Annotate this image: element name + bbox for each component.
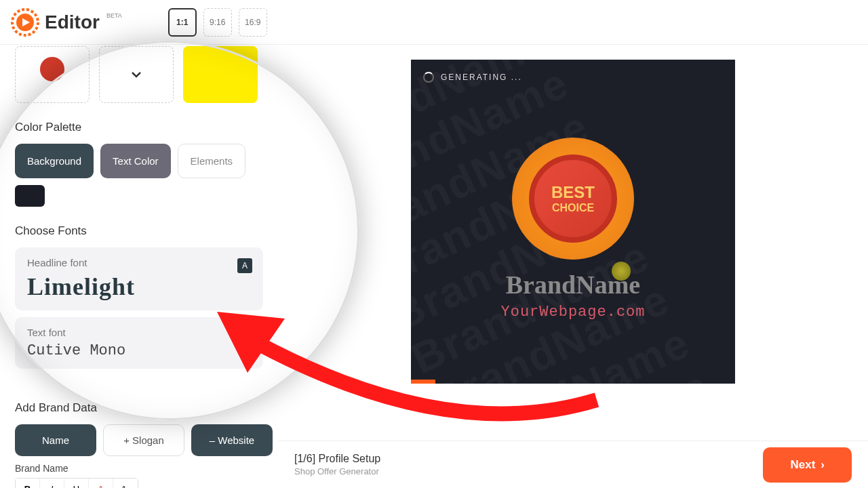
aspect-1-1[interactable]: 1:1 xyxy=(168,8,197,37)
canvas-progress xyxy=(411,380,435,384)
aspect-ratio-group: 1:1 9:16 16:9 xyxy=(168,8,267,37)
background-pill[interactable]: Background xyxy=(15,144,94,178)
sidebar: Color Palette Background Text Color Elem… xyxy=(0,45,278,488)
slogan-toggle[interactable]: + Slogan xyxy=(103,424,184,456)
format-toolbar: B I U A A₂ xyxy=(15,478,138,488)
headline-font-label: Headline font xyxy=(27,257,251,268)
preview-canvas[interactable]: BrandName BrandName BrandName BrandName … xyxy=(411,60,735,384)
palette-row: Background Text Color Elements xyxy=(15,144,263,178)
brand-name-toggle[interactable]: Name xyxy=(15,424,96,456)
beta-tag: BETA xyxy=(106,12,122,19)
step-label: [1/6] Profile Setup xyxy=(294,453,380,465)
palette-title: Color Palette xyxy=(15,121,263,134)
color-swatch[interactable] xyxy=(15,185,45,207)
headline-font-value: Limelight xyxy=(27,272,251,301)
background-label: Background xyxy=(27,155,81,167)
spinner-icon xyxy=(423,72,434,83)
generating-overlay: GENERATING ... xyxy=(423,72,522,83)
underline-button[interactable]: U xyxy=(64,479,89,488)
badge-line2: CHOICE xyxy=(552,202,594,214)
canvas-area: BrandName BrandName BrandName BrandName … xyxy=(278,45,868,441)
chevron-down-icon xyxy=(130,68,143,81)
text-font-card[interactable]: Text font Cutive Mono xyxy=(15,317,263,369)
generating-label: GENERATING ... xyxy=(441,73,522,82)
swatch-row xyxy=(15,185,263,207)
bold-button[interactable]: B xyxy=(16,479,40,488)
text-color-label: Text Color xyxy=(113,155,159,167)
font-badge-icon: A xyxy=(237,258,252,273)
chevron-right-icon: › xyxy=(821,458,825,472)
next-button[interactable]: Next › xyxy=(763,447,852,483)
thumb-badge[interactable] xyxy=(15,46,90,103)
badge-line1: BEST xyxy=(551,183,595,202)
thumb-yellow[interactable] xyxy=(183,46,258,103)
thumb-transparent[interactable] xyxy=(99,46,174,103)
cursor-highlight xyxy=(612,262,631,281)
best-choice-badge: BEST CHOICE xyxy=(512,138,634,260)
text-font-value: Cutive Mono xyxy=(27,342,251,359)
thumbnail-row xyxy=(15,45,263,103)
fonts-title: Choose Fonts xyxy=(15,224,263,238)
text-font-label: Text font xyxy=(27,327,251,338)
elements-label: Elements xyxy=(191,155,233,167)
brand-pill-row: Name + Slogan – Website xyxy=(15,424,263,456)
top-bar: Editor BETA 1:1 9:16 16:9 xyxy=(0,0,868,45)
elements-pill[interactable]: Elements xyxy=(178,144,246,178)
font-color-button[interactable]: A xyxy=(89,479,113,488)
app-name: Editor xyxy=(45,12,100,33)
canvas-webpage: YourWebpage.com xyxy=(500,304,645,321)
next-label: Next xyxy=(790,458,815,472)
brand-name-label: Brand Name xyxy=(15,463,263,474)
headline-font-card[interactable]: Headline font Limelight A xyxy=(15,247,263,310)
font-size-button[interactable]: A₂ xyxy=(113,479,138,488)
italic-button[interactable]: I xyxy=(40,479,64,488)
brand-title: Add Brand Data xyxy=(15,401,263,415)
step-subtitle: Shop Offer Generator xyxy=(294,466,380,476)
bottom-bar: [1/6] Profile Setup Shop Offer Generator… xyxy=(278,441,868,488)
app-logo: Editor BETA xyxy=(11,8,122,37)
aspect-9-16[interactable]: 9:16 xyxy=(203,8,232,37)
aspect-16-9[interactable]: 16:9 xyxy=(239,8,267,37)
text-color-pill[interactable]: Text Color xyxy=(100,144,171,178)
logo-icon xyxy=(11,8,39,37)
website-toggle[interactable]: – Website xyxy=(191,424,273,456)
